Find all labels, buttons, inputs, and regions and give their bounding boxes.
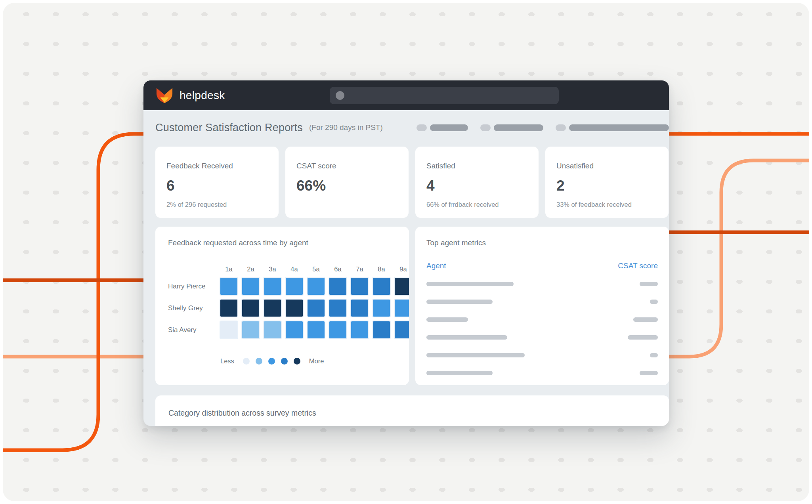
csat-score-placeholder <box>640 371 658 375</box>
stat-subtext: 2% of 296 requested <box>166 201 267 208</box>
search-input[interactable] <box>330 87 559 104</box>
heatmap-row: Harry Pierce <box>168 278 409 295</box>
stat-value: 6 <box>166 178 267 194</box>
stat-subtext: 33% of feedback received <box>556 201 657 208</box>
heatmap-column-headers: 1a2a3a4a5a6a7a8a9a <box>220 265 409 273</box>
heatmap-title: Feedback requested across time by agent <box>168 239 409 247</box>
agent-name-placeholder <box>426 317 468 322</box>
heatmap-cell <box>329 300 346 317</box>
page-background: helpdesk Customer Satisfaction Reports (… <box>3 3 809 501</box>
agent-metrics-row <box>426 275 658 293</box>
stat-card-unsatisfied: Unsatisfied 2 33% of feedback received <box>545 147 669 218</box>
heatmap-cell <box>242 278 259 295</box>
toolbar-placeholder-filters <box>417 124 669 131</box>
heatmap-cell <box>220 321 237 338</box>
heatmap-grid: Harry PierceShelly GreySia Avery <box>168 278 409 338</box>
placeholder-bar-pill <box>494 124 543 131</box>
stat-card-feedback-received: Feedback Received 6 2% of 296 requested <box>155 147 279 218</box>
heatmap-cell <box>395 278 409 295</box>
csat-score-placeholder <box>633 317 658 322</box>
heatmap-column-label: 8a <box>373 265 390 273</box>
agent-name-placeholder <box>426 335 507 340</box>
csat-score-placeholder <box>640 282 658 286</box>
helpdesk-dashboard-window: helpdesk Customer Satisfaction Reports (… <box>143 80 669 426</box>
agent-metrics-row <box>426 311 658 328</box>
heatmap-cell <box>351 278 368 295</box>
heatmap-legend: Less More <box>220 357 409 365</box>
agent-name-placeholder <box>426 353 525 357</box>
category-distribution-panel: Category distribution across survey metr… <box>155 395 669 426</box>
stat-label: Unsatisfied <box>556 162 657 170</box>
heatmap-cell <box>373 278 390 295</box>
toolbar-filter-placeholder <box>556 124 669 131</box>
heatmap-cell <box>308 278 325 295</box>
heatmap-cell <box>286 321 303 338</box>
agent-metrics-row <box>426 293 658 311</box>
heatmap-cell <box>264 321 281 338</box>
heatmap-column-label: 9a <box>395 265 409 273</box>
heatmap-cell <box>220 300 237 317</box>
placeholder-dot-pill <box>417 124 427 131</box>
heatmap-column-label: 3a <box>264 265 281 273</box>
placeholder-bar-pill <box>430 124 468 131</box>
dashboard-body: Customer Satisfaction Reports (For 290 d… <box>143 110 669 426</box>
heatmap-column-label: 4a <box>286 265 303 273</box>
toolbar-filter-placeholder <box>417 124 468 131</box>
heatmap-cell <box>351 321 368 338</box>
page-subtitle: (For 290 days in PST) <box>309 123 383 132</box>
heatmap-cell <box>264 278 281 295</box>
app-header: helpdesk <box>143 80 669 110</box>
stat-value: 2 <box>556 178 657 194</box>
heatmap-cell <box>264 300 281 317</box>
heatmap-cell <box>308 321 325 338</box>
legend-scale-dot <box>268 358 275 365</box>
stat-cards-row: Feedback Received 6 2% of 296 requested … <box>155 147 669 218</box>
heatmap-column-label: 5a <box>308 265 325 273</box>
stat-label: Satisfied <box>426 162 527 170</box>
category-distribution-title: Category distribution across survey metr… <box>168 409 658 418</box>
heatmap-cell <box>242 300 259 317</box>
heatmap-row: Sia Avery <box>168 321 409 338</box>
heatmap-column-label: 2a <box>242 265 259 273</box>
placeholder-bar-pill <box>569 124 669 131</box>
stat-value: 4 <box>426 178 527 194</box>
legend-scale-dot <box>243 358 250 365</box>
heatmap-cell <box>329 321 346 338</box>
agent-name-placeholder <box>426 282 514 286</box>
agent-name-placeholder <box>426 371 493 375</box>
heatmap-cell <box>286 300 303 317</box>
heatmap-cell <box>373 300 390 317</box>
legend-less-label: Less <box>220 357 234 365</box>
placeholder-dot-pill <box>480 124 491 131</box>
heatmap-cell <box>373 321 390 338</box>
csat-score-column-header[interactable]: CSAT score <box>618 262 658 270</box>
heatmap-row: Shelly Grey <box>168 300 409 317</box>
stat-card-satisfied: Satisfied 4 66% of frrdback received <box>415 147 539 218</box>
heatmap-cell <box>242 321 259 338</box>
brand: helpdesk <box>155 87 225 104</box>
legend-scale-dot <box>294 358 300 365</box>
search-icon <box>336 91 344 100</box>
heatmap-cell <box>220 278 237 295</box>
heatmap-cell <box>286 278 303 295</box>
stat-value: 66% <box>296 178 397 194</box>
placeholder-dot-pill <box>556 124 566 131</box>
stat-card-csat-score: CSAT score 66% <box>285 147 409 218</box>
stat-label: CSAT score <box>296 162 397 170</box>
csat-score-placeholder <box>650 300 658 304</box>
heatmap-cell <box>395 300 409 317</box>
agent-metrics-title: Top agent metrics <box>426 239 658 247</box>
stat-subtext: 66% of frrdback received <box>426 201 527 208</box>
legend-scale-dot <box>256 358 262 365</box>
title-row: Customer Satisfaction Reports (For 290 d… <box>155 110 669 145</box>
stat-label: Feedback Received <box>166 162 267 170</box>
heatmap-cell <box>308 300 325 317</box>
agent-column-header[interactable]: Agent <box>426 262 446 270</box>
heatmap-agent-label: Shelly Grey <box>168 304 220 312</box>
heatmap-column-label: 6a <box>329 265 346 273</box>
page-title: Customer Satisfaction Reports <box>155 122 303 134</box>
agent-metrics-row <box>426 328 658 346</box>
agent-metrics-row <box>426 364 658 382</box>
main-panels-row: Feedback requested across time by agent … <box>155 227 669 385</box>
agent-metrics-column-headers: Agent CSAT score <box>426 262 658 270</box>
